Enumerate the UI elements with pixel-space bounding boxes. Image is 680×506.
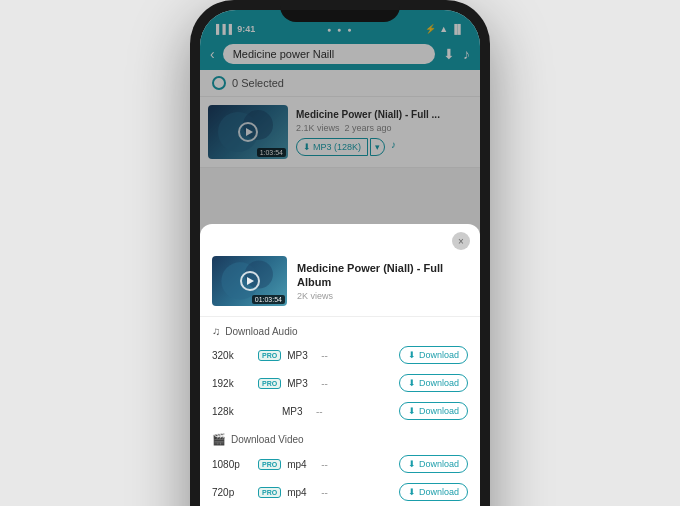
video-download-row: 720p PRO mp4 -- ⬇ Download xyxy=(200,478,480,506)
audio-format: MP3 xyxy=(282,406,310,417)
video-quality: 1080p xyxy=(212,459,252,470)
close-icon: × xyxy=(458,236,464,247)
download-arrow-icon: ⬇ xyxy=(408,459,416,469)
close-button[interactable]: × xyxy=(452,232,470,250)
audio-quality: 192k xyxy=(212,378,252,389)
audio-size: -- xyxy=(321,350,393,361)
audio-download-row: 128k MP3 -- ⬇ Download xyxy=(200,397,480,425)
phone-frame: ▌▌▌ 9:41 ● ● ● ⚡ ▲ ▐▌ ‹ Medicine power N… xyxy=(190,0,490,506)
video-section-header: 🎬 Download Video xyxy=(200,425,480,450)
audio-section-label: Download Audio xyxy=(225,326,297,337)
download-label: Download xyxy=(419,406,459,416)
pro-badge: PRO xyxy=(258,487,281,498)
popup-header: × xyxy=(200,224,480,250)
download-label: Download xyxy=(419,350,459,360)
audio-quality: 320k xyxy=(212,350,252,361)
video-rows: 1080p PRO mp4 -- ⬇ Download 720p PRO mp4… xyxy=(200,450,480,506)
audio-rows: 320k PRO MP3 -- ⬇ Download 192k PRO MP3 … xyxy=(200,341,480,425)
video-format: mp4 xyxy=(287,459,315,470)
music-note-icon: ♫ xyxy=(212,325,220,337)
popup-overlay: × 01:03:54 Medicine Powe xyxy=(200,70,480,506)
popup-thumbnail: 01:03:54 xyxy=(212,256,287,306)
popup-play-icon xyxy=(247,277,254,285)
pro-badge: PRO xyxy=(258,378,281,389)
phone-screen: ▌▌▌ 9:41 ● ● ● ⚡ ▲ ▐▌ ‹ Medicine power N… xyxy=(200,10,480,506)
popup-video-title: Medicine Power (Niall) - Full Album xyxy=(297,261,468,290)
audio-format: MP3 xyxy=(287,378,315,389)
audio-download-row: 320k PRO MP3 -- ⬇ Download xyxy=(200,341,480,369)
download-arrow-icon: ⬇ xyxy=(408,487,416,497)
video-quality: 720p xyxy=(212,487,252,498)
download-popup: × 01:03:54 Medicine Powe xyxy=(200,224,480,506)
video-download-button[interactable]: ⬇ Download xyxy=(399,483,468,501)
download-label: Download xyxy=(419,378,459,388)
audio-download-row: 192k PRO MP3 -- ⬇ Download xyxy=(200,369,480,397)
download-label: Download xyxy=(419,487,459,497)
video-download-row: 1080p PRO mp4 -- ⬇ Download xyxy=(200,450,480,478)
audio-size: -- xyxy=(316,406,393,417)
pro-badge: PRO xyxy=(258,350,281,361)
download-label: Download xyxy=(419,459,459,469)
audio-download-button[interactable]: ⬇ Download xyxy=(399,346,468,364)
popup-play-button[interactable] xyxy=(240,271,260,291)
download-arrow-icon: ⬇ xyxy=(408,350,416,360)
audio-section-header: ♫ Download Audio xyxy=(200,317,480,341)
video-format: mp4 xyxy=(287,487,315,498)
video-size: -- xyxy=(321,487,393,498)
popup-views: 2K views xyxy=(297,291,468,301)
pro-badge: PRO xyxy=(258,459,281,470)
audio-quality: 128k xyxy=(212,406,252,417)
video-size: -- xyxy=(321,459,393,470)
popup-video-row: 01:03:54 Medicine Power (Niall) - Full A… xyxy=(200,250,480,317)
audio-download-button[interactable]: ⬇ Download xyxy=(399,374,468,392)
download-arrow-icon: ⬇ xyxy=(408,406,416,416)
download-arrow-icon: ⬇ xyxy=(408,378,416,388)
audio-download-button[interactable]: ⬇ Download xyxy=(399,402,468,420)
video-download-button[interactable]: ⬇ Download xyxy=(399,455,468,473)
content-area: 0 Selected 1:03:54 Medicine Power (Niall… xyxy=(200,70,480,506)
popup-duration: 01:03:54 xyxy=(252,295,285,304)
audio-format: MP3 xyxy=(287,350,315,361)
audio-size: -- xyxy=(321,378,393,389)
video-camera-icon: 🎬 xyxy=(212,433,226,446)
popup-video-info: Medicine Power (Niall) - Full Album 2K v… xyxy=(297,261,468,302)
video-section-label: Download Video xyxy=(231,434,304,445)
